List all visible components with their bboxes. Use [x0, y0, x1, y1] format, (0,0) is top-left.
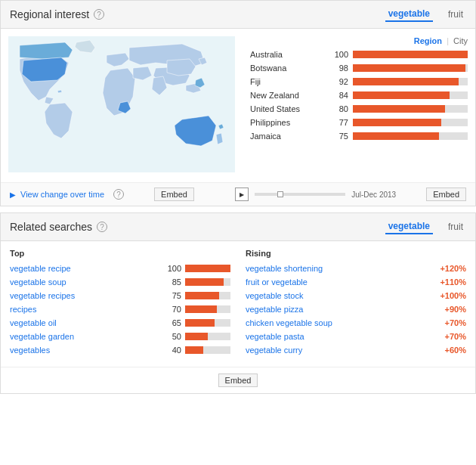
region-row: Fiji 92 — [250, 77, 468, 86]
search-term-name[interactable]: vegetable oil — [10, 318, 162, 327]
region-bar-fill — [353, 132, 439, 140]
region-name: Australia — [250, 50, 326, 59]
regional-interest-section: Regional interest ? vegetable fruit — [0, 0, 476, 206]
regional-embed-button2[interactable]: Embed — [426, 188, 466, 201]
related-tab-fruit[interactable]: fruit — [445, 220, 466, 234]
region-bar-fill — [353, 105, 445, 113]
rising-term-name[interactable]: vegetable curry — [246, 346, 428, 355]
search-bar-fill — [185, 265, 230, 272]
filter-pipe: | — [447, 36, 451, 45]
top-col-header: Top — [10, 249, 230, 258]
timeline-bar[interactable] — [255, 193, 345, 196]
search-term-name[interactable]: vegetable recipe — [10, 264, 162, 273]
top-searches-col: Top vegetable recipe 100 vegetable soup … — [10, 249, 230, 359]
search-bar-fill — [185, 292, 219, 299]
region-bar-fill — [353, 51, 468, 58]
region-score: 75 — [326, 132, 348, 141]
rising-search-row: vegetable pizza +90% — [246, 305, 466, 314]
related-help-icon[interactable]: ? — [97, 222, 107, 232]
map-content: Region | City Australia 100 Botswana 98 … — [1, 29, 475, 182]
filter-region[interactable]: Region — [414, 36, 442, 45]
search-term-name[interactable]: vegetables — [10, 346, 162, 355]
regional-tab-vegetable[interactable]: vegetable — [385, 7, 433, 22]
region-list: Region | City Australia 100 Botswana 98 … — [243, 36, 468, 175]
search-bar-container — [185, 346, 230, 354]
rising-term-name[interactable]: chicken vegetable soup — [246, 318, 428, 327]
region-row: New Zealand 84 — [250, 91, 468, 100]
rising-search-row: fruit or vegetable +110% — [246, 277, 466, 287]
map-area — [8, 36, 243, 175]
search-bar-container — [185, 278, 230, 286]
regional-header: Regional interest ? vegetable fruit — [1, 1, 475, 29]
region-score: 80 — [326, 104, 348, 113]
top-search-rows: vegetable recipe 100 vegetable soup 85 v… — [10, 264, 230, 355]
region-score: 98 — [326, 64, 348, 73]
region-bar-container — [353, 105, 468, 113]
search-bar-container — [185, 333, 230, 340]
search-bar-container — [185, 319, 230, 327]
region-score: 92 — [326, 77, 348, 86]
rising-col-header: Rising — [246, 249, 466, 258]
region-name: United States — [250, 104, 326, 113]
top-search-row: vegetables 40 — [10, 346, 230, 355]
rising-term-change: +120% — [428, 264, 466, 273]
region-bar-fill — [353, 91, 450, 99]
search-term-score: 50 — [162, 332, 181, 341]
region-name: Jamaica — [250, 132, 326, 141]
region-bar-container — [353, 91, 468, 99]
play-button[interactable]: ▶ — [235, 188, 249, 201]
date-label: Jul-Dec 2013 — [351, 191, 396, 199]
filter-city[interactable]: City — [453, 36, 468, 45]
rising-term-change: +110% — [428, 277, 466, 287]
related-title-group: Related searches ? — [10, 221, 107, 233]
top-search-row: vegetable garden 50 — [10, 332, 230, 341]
rising-term-change: +70% — [428, 332, 466, 341]
region-bar-container — [353, 51, 468, 58]
rising-term-name[interactable]: vegetable pizza — [246, 305, 428, 314]
region-score: 100 — [326, 50, 348, 59]
search-term-score: 75 — [162, 291, 181, 300]
rising-search-row: vegetable stock +100% — [246, 291, 466, 300]
region-bar-fill — [353, 78, 459, 85]
region-bar-container — [353, 64, 468, 72]
search-bar-container — [185, 265, 230, 272]
regional-title: Regional interest — [10, 8, 89, 20]
related-tab-group: vegetable fruit — [385, 219, 466, 234]
top-search-row: vegetable recipe 100 — [10, 264, 230, 273]
search-bar-fill — [185, 278, 224, 286]
rising-term-name[interactable]: fruit or vegetable — [246, 277, 428, 287]
search-bar-fill — [185, 333, 208, 340]
map-embed-button[interactable]: Embed — [154, 188, 194, 201]
related-tab-vegetable[interactable]: vegetable — [385, 219, 433, 234]
related-footer: Embed — [1, 367, 475, 393]
regional-help-icon[interactable]: ? — [94, 9, 104, 20]
timeline-area: ▶ Jul-Dec 2013 — [235, 188, 396, 201]
search-term-name[interactable]: vegetable recipes — [10, 291, 162, 300]
regional-tab-fruit[interactable]: fruit — [445, 8, 466, 21]
world-map — [8, 36, 235, 172]
timeline-handle[interactable] — [277, 191, 283, 197]
region-filter: Region | City — [250, 36, 468, 45]
rising-term-change: +70% — [428, 318, 466, 327]
region-bar-container — [353, 119, 468, 126]
search-term-name[interactable]: vegetable soup — [10, 277, 162, 287]
rising-term-name[interactable]: vegetable stock — [246, 291, 428, 300]
region-row: Philippines 77 — [250, 118, 468, 127]
search-term-name[interactable]: recipes — [10, 305, 162, 314]
top-search-row: recipes 70 — [10, 305, 230, 314]
region-score: 77 — [326, 118, 348, 127]
related-embed-button[interactable]: Embed — [218, 374, 258, 387]
region-name: New Zealand — [250, 91, 326, 100]
related-content: Top vegetable recipe 100 vegetable soup … — [1, 241, 475, 367]
rising-term-change: +100% — [428, 291, 466, 300]
view-change-help-icon[interactable]: ? — [113, 189, 124, 200]
rising-term-name[interactable]: vegetable pasta — [246, 332, 428, 341]
rising-term-change: +60% — [428, 346, 466, 355]
rising-term-name[interactable]: vegetable shortening — [246, 264, 428, 273]
search-term-name[interactable]: vegetable garden — [10, 332, 162, 341]
view-change-link[interactable]: ▶ View change over time ? — [10, 189, 124, 200]
top-search-row: vegetable recipes 75 — [10, 291, 230, 300]
region-row: Australia 100 — [250, 50, 468, 59]
arrow-right-icon: ▶ — [10, 191, 16, 199]
rising-search-rows: vegetable shortening +120% fruit or vege… — [246, 264, 466, 355]
